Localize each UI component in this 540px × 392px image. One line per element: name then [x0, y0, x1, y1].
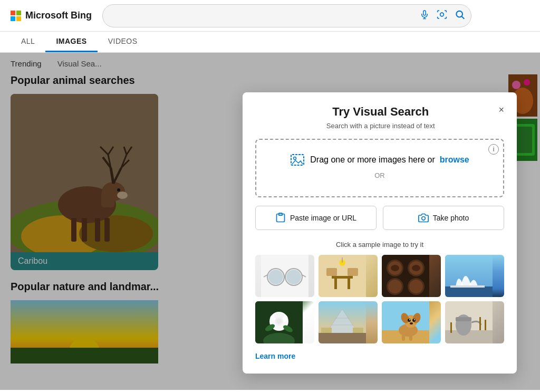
modal-title-area: Try Visual Search Search with a picture … [268, 105, 493, 130]
paste-icon [275, 213, 286, 223]
svg-rect-109 [409, 334, 412, 341]
modal-title: Try Visual Search [268, 105, 493, 119]
tab-videos[interactable]: VIDEOS [98, 32, 148, 52]
svg-rect-113 [456, 317, 471, 321]
svg-point-7 [440, 13, 444, 16]
still-svg [445, 301, 493, 343]
action-buttons: Paste image or URL Take photo [255, 206, 504, 230]
header: Microsoft Bing [0, 0, 540, 32]
svg-rect-0 [11, 11, 15, 15]
svg-rect-3 [16, 16, 21, 21]
drop-zone-content: Drag one or more images here or browse [265, 152, 495, 167]
svg-rect-4 [423, 11, 426, 15]
ms-logo-icon [11, 11, 21, 21]
drop-zone[interactable]: Drag one or more images here or browse i… [255, 139, 504, 197]
svg-point-107 [410, 322, 413, 324]
sample-image-opera-house[interactable] [445, 255, 504, 297]
svg-rect-48 [261, 255, 308, 297]
svg-rect-61 [348, 268, 358, 276]
svg-rect-96 [353, 328, 363, 333]
svg-rect-89 [319, 333, 366, 343]
search-button[interactable] [454, 8, 466, 23]
svg-point-67 [391, 265, 399, 271]
modal-overlay[interactable]: Try Visual Search Search with a picture … [0, 53, 540, 390]
svg-rect-57 [332, 276, 353, 279]
svg-rect-2 [11, 16, 15, 21]
svg-rect-76 [445, 286, 493, 297]
svg-rect-59 [348, 279, 350, 289]
svg-point-70 [412, 265, 420, 271]
drag-text: Drag one or more images here or browse [310, 155, 469, 165]
visual-search-modal: Try Visual Search Search with a picture … [243, 92, 517, 374]
logo-text: Microsoft Bing [25, 10, 92, 21]
drag-text-label: Drag one or more images here or [310, 155, 435, 164]
take-photo-label: Take photo [433, 214, 469, 222]
close-button[interactable]: × [498, 105, 504, 114]
nav-tabs: ALL IMAGES VIDEOS [0, 32, 540, 53]
sunglasses-svg [261, 255, 308, 297]
svg-rect-114 [479, 317, 481, 330]
svg-point-103 [408, 319, 411, 322]
svg-point-105 [409, 319, 410, 320]
svg-point-44 [294, 157, 296, 160]
svg-point-106 [414, 319, 415, 320]
svg-point-47 [421, 217, 425, 221]
svg-rect-116 [450, 322, 452, 333]
svg-point-104 [412, 319, 416, 322]
sample-grid-row2 [255, 301, 504, 343]
paste-image-button[interactable]: Paste image or URL [255, 206, 377, 230]
dining-svg [319, 255, 366, 297]
dog-svg [382, 301, 429, 343]
browse-link[interactable]: browse [440, 155, 469, 164]
svg-rect-108 [402, 334, 405, 341]
modal-header: Try Visual Search Search with a picture … [255, 105, 504, 130]
sample-image-flower[interactable] [255, 301, 314, 343]
coffee-svg [382, 255, 429, 297]
svg-line-9 [462, 16, 465, 19]
opera-svg [445, 255, 493, 297]
svg-rect-115 [485, 320, 486, 330]
search-icons [419, 8, 466, 23]
search-input[interactable] [102, 4, 471, 27]
search-icon [455, 9, 465, 20]
tab-images[interactable]: IMAGES [45, 32, 97, 52]
svg-rect-77 [450, 285, 485, 288]
microphone-button[interactable] [419, 8, 430, 23]
or-divider: OR [265, 171, 495, 179]
svg-point-50 [268, 270, 283, 284]
flower-svg [255, 301, 303, 343]
sample-image-dining[interactable] [319, 255, 378, 297]
svg-point-8 [456, 11, 462, 17]
svg-rect-95 [321, 328, 332, 333]
camera-scan-icon [437, 9, 447, 20]
visual-search-button[interactable] [436, 8, 448, 23]
bing-logo: Microsoft Bing [11, 10, 92, 21]
modal-subtitle: Search with a picture instead of text [326, 122, 435, 130]
svg-rect-58 [334, 279, 337, 289]
microphone-icon [420, 9, 429, 19]
svg-point-72 [388, 280, 402, 293]
svg-point-85 [276, 319, 282, 324]
sample-title: Click a sample image to try it [255, 241, 504, 248]
sample-grid-row1 [255, 255, 504, 297]
drag-image-icon [290, 152, 305, 167]
sample-section: Click a sample image to try it [255, 241, 504, 343]
sample-image-sunglasses[interactable] [255, 255, 314, 297]
take-photo-button[interactable]: Take photo [383, 206, 504, 230]
svg-point-52 [286, 270, 301, 284]
info-button[interactable]: i [488, 144, 499, 155]
svg-point-74 [409, 280, 423, 293]
sample-image-pyramid[interactable] [319, 301, 378, 343]
pyramid-svg [319, 301, 366, 343]
sample-image-still-life[interactable] [445, 301, 504, 343]
learn-more-link[interactable]: Learn more [255, 352, 295, 360]
main-content: Trending Visual Sea... Popular animal se… [0, 53, 540, 390]
paste-button-label: Paste image or URL [290, 214, 356, 222]
svg-rect-60 [326, 268, 337, 276]
sample-image-dog[interactable] [382, 301, 441, 343]
svg-rect-1 [16, 11, 21, 15]
sample-image-coffee[interactable] [382, 255, 441, 297]
tab-all[interactable]: ALL [11, 32, 45, 52]
take-photo-icon [418, 213, 429, 223]
search-bar-container [102, 4, 471, 27]
